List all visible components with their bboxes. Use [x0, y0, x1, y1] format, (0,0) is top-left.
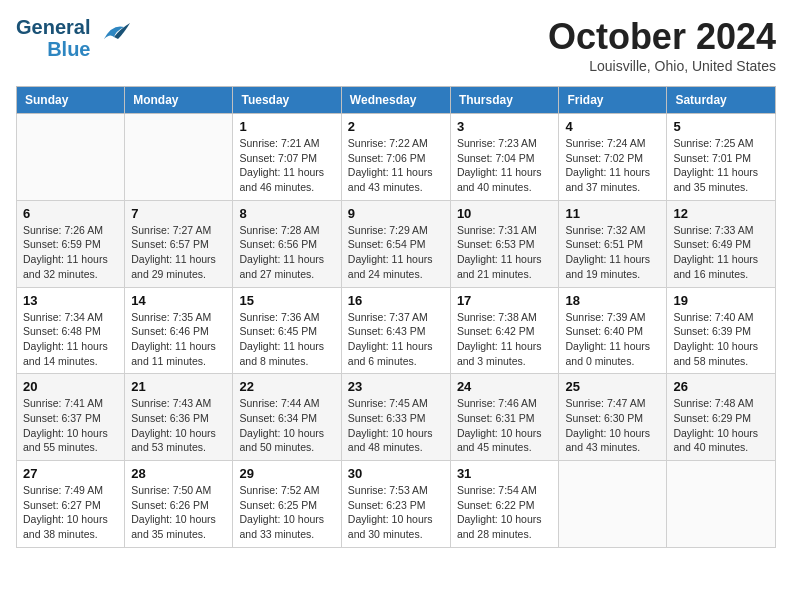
- day-info: Sunrise: 7:35 AM Sunset: 6:46 PM Dayligh…: [131, 310, 226, 369]
- calendar-day-cell: 24Sunrise: 7:46 AM Sunset: 6:31 PM Dayli…: [450, 374, 559, 461]
- calendar-day-cell: 29Sunrise: 7:52 AM Sunset: 6:25 PM Dayli…: [233, 461, 341, 548]
- calendar-day-cell: 2Sunrise: 7:22 AM Sunset: 7:06 PM Daylig…: [341, 114, 450, 201]
- logo-blue: Blue: [47, 38, 90, 60]
- day-info: Sunrise: 7:50 AM Sunset: 6:26 PM Dayligh…: [131, 483, 226, 542]
- calendar-table: SundayMondayTuesdayWednesdayThursdayFrid…: [16, 86, 776, 548]
- calendar-day-cell: 31Sunrise: 7:54 AM Sunset: 6:22 PM Dayli…: [450, 461, 559, 548]
- day-info: Sunrise: 7:28 AM Sunset: 6:56 PM Dayligh…: [239, 223, 334, 282]
- day-number: 19: [673, 293, 769, 308]
- day-number: 16: [348, 293, 444, 308]
- day-info: Sunrise: 7:32 AM Sunset: 6:51 PM Dayligh…: [565, 223, 660, 282]
- day-number: 28: [131, 466, 226, 481]
- day-info: Sunrise: 7:27 AM Sunset: 6:57 PM Dayligh…: [131, 223, 226, 282]
- day-number: 12: [673, 206, 769, 221]
- calendar-day-cell: 27Sunrise: 7:49 AM Sunset: 6:27 PM Dayli…: [17, 461, 125, 548]
- day-number: 20: [23, 379, 118, 394]
- day-number: 29: [239, 466, 334, 481]
- calendar-day-cell: 20Sunrise: 7:41 AM Sunset: 6:37 PM Dayli…: [17, 374, 125, 461]
- calendar-week-row: 6Sunrise: 7:26 AM Sunset: 6:59 PM Daylig…: [17, 200, 776, 287]
- calendar-day-cell: 15Sunrise: 7:36 AM Sunset: 6:45 PM Dayli…: [233, 287, 341, 374]
- day-number: 18: [565, 293, 660, 308]
- calendar-day-cell: 14Sunrise: 7:35 AM Sunset: 6:46 PM Dayli…: [125, 287, 233, 374]
- day-number: 24: [457, 379, 553, 394]
- calendar-day-cell: 12Sunrise: 7:33 AM Sunset: 6:49 PM Dayli…: [667, 200, 776, 287]
- day-info: Sunrise: 7:34 AM Sunset: 6:48 PM Dayligh…: [23, 310, 118, 369]
- day-info: Sunrise: 7:29 AM Sunset: 6:54 PM Dayligh…: [348, 223, 444, 282]
- day-number: 9: [348, 206, 444, 221]
- day-info: Sunrise: 7:52 AM Sunset: 6:25 PM Dayligh…: [239, 483, 334, 542]
- day-info: Sunrise: 7:24 AM Sunset: 7:02 PM Dayligh…: [565, 136, 660, 195]
- day-number: 30: [348, 466, 444, 481]
- calendar-day-cell: 21Sunrise: 7:43 AM Sunset: 6:36 PM Dayli…: [125, 374, 233, 461]
- calendar-day-cell: 11Sunrise: 7:32 AM Sunset: 6:51 PM Dayli…: [559, 200, 667, 287]
- day-info: Sunrise: 7:48 AM Sunset: 6:29 PM Dayligh…: [673, 396, 769, 455]
- calendar-day-cell: 30Sunrise: 7:53 AM Sunset: 6:23 PM Dayli…: [341, 461, 450, 548]
- calendar-day-cell: [125, 114, 233, 201]
- calendar-week-row: 13Sunrise: 7:34 AM Sunset: 6:48 PM Dayli…: [17, 287, 776, 374]
- day-number: 8: [239, 206, 334, 221]
- title-block: October 2024 Louisville, Ohio, United St…: [548, 16, 776, 74]
- calendar-day-cell: 16Sunrise: 7:37 AM Sunset: 6:43 PM Dayli…: [341, 287, 450, 374]
- day-info: Sunrise: 7:44 AM Sunset: 6:34 PM Dayligh…: [239, 396, 334, 455]
- day-info: Sunrise: 7:49 AM Sunset: 6:27 PM Dayligh…: [23, 483, 118, 542]
- calendar-day-cell: 5Sunrise: 7:25 AM Sunset: 7:01 PM Daylig…: [667, 114, 776, 201]
- day-number: 27: [23, 466, 118, 481]
- day-of-week-header: Thursday: [450, 87, 559, 114]
- day-of-week-header: Saturday: [667, 87, 776, 114]
- calendar-day-cell: 26Sunrise: 7:48 AM Sunset: 6:29 PM Dayli…: [667, 374, 776, 461]
- day-number: 23: [348, 379, 444, 394]
- day-number: 26: [673, 379, 769, 394]
- day-info: Sunrise: 7:45 AM Sunset: 6:33 PM Dayligh…: [348, 396, 444, 455]
- day-number: 11: [565, 206, 660, 221]
- location: Louisville, Ohio, United States: [548, 58, 776, 74]
- day-of-week-header: Sunday: [17, 87, 125, 114]
- calendar-day-cell: 13Sunrise: 7:34 AM Sunset: 6:48 PM Dayli…: [17, 287, 125, 374]
- day-info: Sunrise: 7:36 AM Sunset: 6:45 PM Dayligh…: [239, 310, 334, 369]
- calendar-week-row: 20Sunrise: 7:41 AM Sunset: 6:37 PM Dayli…: [17, 374, 776, 461]
- day-info: Sunrise: 7:43 AM Sunset: 6:36 PM Dayligh…: [131, 396, 226, 455]
- calendar-day-cell: 17Sunrise: 7:38 AM Sunset: 6:42 PM Dayli…: [450, 287, 559, 374]
- day-number: 4: [565, 119, 660, 134]
- day-number: 31: [457, 466, 553, 481]
- day-number: 21: [131, 379, 226, 394]
- calendar-day-cell: 1Sunrise: 7:21 AM Sunset: 7:07 PM Daylig…: [233, 114, 341, 201]
- calendar-day-cell: 9Sunrise: 7:29 AM Sunset: 6:54 PM Daylig…: [341, 200, 450, 287]
- page-header: General Blue October 2024 Louisville, Oh…: [16, 16, 776, 74]
- logo: General Blue: [16, 16, 132, 60]
- calendar-day-cell: 3Sunrise: 7:23 AM Sunset: 7:04 PM Daylig…: [450, 114, 559, 201]
- day-info: Sunrise: 7:39 AM Sunset: 6:40 PM Dayligh…: [565, 310, 660, 369]
- day-info: Sunrise: 7:41 AM Sunset: 6:37 PM Dayligh…: [23, 396, 118, 455]
- calendar-day-cell: 22Sunrise: 7:44 AM Sunset: 6:34 PM Dayli…: [233, 374, 341, 461]
- calendar-day-cell: [17, 114, 125, 201]
- day-of-week-header: Monday: [125, 87, 233, 114]
- day-number: 1: [239, 119, 334, 134]
- day-number: 15: [239, 293, 334, 308]
- day-info: Sunrise: 7:38 AM Sunset: 6:42 PM Dayligh…: [457, 310, 553, 369]
- calendar-day-cell: 18Sunrise: 7:39 AM Sunset: 6:40 PM Dayli…: [559, 287, 667, 374]
- day-of-week-header: Tuesday: [233, 87, 341, 114]
- calendar-header-row: SundayMondayTuesdayWednesdayThursdayFrid…: [17, 87, 776, 114]
- day-info: Sunrise: 7:21 AM Sunset: 7:07 PM Dayligh…: [239, 136, 334, 195]
- calendar-day-cell: 6Sunrise: 7:26 AM Sunset: 6:59 PM Daylig…: [17, 200, 125, 287]
- day-info: Sunrise: 7:25 AM Sunset: 7:01 PM Dayligh…: [673, 136, 769, 195]
- day-number: 22: [239, 379, 334, 394]
- calendar-day-cell: 4Sunrise: 7:24 AM Sunset: 7:02 PM Daylig…: [559, 114, 667, 201]
- calendar-day-cell: 28Sunrise: 7:50 AM Sunset: 6:26 PM Dayli…: [125, 461, 233, 548]
- calendar-day-cell: 19Sunrise: 7:40 AM Sunset: 6:39 PM Dayli…: [667, 287, 776, 374]
- day-number: 17: [457, 293, 553, 308]
- day-info: Sunrise: 7:31 AM Sunset: 6:53 PM Dayligh…: [457, 223, 553, 282]
- calendar-week-row: 1Sunrise: 7:21 AM Sunset: 7:07 PM Daylig…: [17, 114, 776, 201]
- day-info: Sunrise: 7:23 AM Sunset: 7:04 PM Dayligh…: [457, 136, 553, 195]
- calendar-week-row: 27Sunrise: 7:49 AM Sunset: 6:27 PM Dayli…: [17, 461, 776, 548]
- day-number: 14: [131, 293, 226, 308]
- day-of-week-header: Friday: [559, 87, 667, 114]
- day-number: 3: [457, 119, 553, 134]
- day-number: 5: [673, 119, 769, 134]
- day-info: Sunrise: 7:40 AM Sunset: 6:39 PM Dayligh…: [673, 310, 769, 369]
- day-info: Sunrise: 7:46 AM Sunset: 6:31 PM Dayligh…: [457, 396, 553, 455]
- calendar-day-cell: 23Sunrise: 7:45 AM Sunset: 6:33 PM Dayli…: [341, 374, 450, 461]
- logo-general: General: [16, 16, 90, 38]
- calendar-day-cell: 8Sunrise: 7:28 AM Sunset: 6:56 PM Daylig…: [233, 200, 341, 287]
- day-info: Sunrise: 7:54 AM Sunset: 6:22 PM Dayligh…: [457, 483, 553, 542]
- calendar-day-cell: 25Sunrise: 7:47 AM Sunset: 6:30 PM Dayli…: [559, 374, 667, 461]
